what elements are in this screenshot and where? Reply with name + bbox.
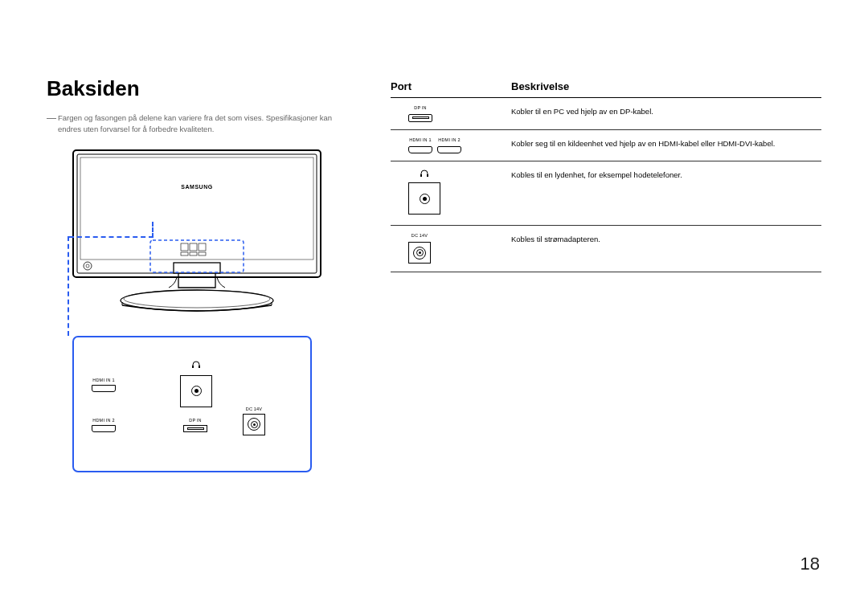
- svg-rect-18: [199, 366, 200, 368]
- right-column: Port Beskrivelse DP IN Kobler til en PC …: [391, 76, 821, 472]
- svg-rect-10: [181, 243, 188, 251]
- svg-rect-14: [190, 252, 197, 255]
- svg-rect-13: [181, 252, 188, 255]
- table-row: DP IN Kobler til en PC ved hjelp av en D…: [391, 98, 821, 130]
- svg-point-8: [84, 262, 92, 270]
- port-headphone: [180, 360, 212, 407]
- disclaimer-note: Fargen og fasongen på delene kan variere…: [47, 112, 352, 135]
- brand-text: SAMSUNG: [181, 184, 212, 190]
- svg-rect-11: [190, 243, 197, 251]
- header-port: Port: [391, 80, 511, 92]
- hdmi-port-icon: [92, 425, 116, 432]
- hdmi-in-2-label: HDMI IN 2: [92, 418, 116, 423]
- headphone-icon: [420, 169, 429, 178]
- hdmi-port-icon: [92, 385, 116, 392]
- dp-port-icon: [183, 425, 207, 432]
- zoom-panel: HDMI IN 1 HDMI IN 2: [72, 336, 312, 472]
- dp-in-label-small: DP IN: [414, 105, 427, 110]
- headphone-icon: [191, 360, 201, 370]
- svg-rect-12: [199, 243, 206, 251]
- port-table-header: Port Beskrivelse: [391, 80, 821, 98]
- hdmi-in-1-label: HDMI IN 1: [92, 378, 116, 382]
- header-desc: Beskrivelse: [511, 80, 821, 92]
- svg-rect-3: [174, 263, 220, 273]
- row-desc: Kobles til strømadapteren.: [511, 233, 821, 244]
- left-column: Baksiden Fargen og fasongen på delene ka…: [47, 76, 368, 472]
- headphone-jack-icon: [180, 375, 212, 407]
- svg-rect-15: [199, 252, 206, 255]
- diagram-area: SAMSUNG: [79, 149, 392, 472]
- dc-jack-icon: [243, 414, 265, 435]
- dc-14v-label: DC 14V: [243, 407, 265, 411]
- callout-line: [68, 236, 69, 336]
- dc-14v-label-small: DC 14V: [411, 233, 428, 238]
- page-number: 18: [800, 554, 820, 574]
- dp-in-label: DP IN: [183, 418, 207, 423]
- hdmi-in-2-label-small: HDMI IN 2: [438, 137, 460, 142]
- port-dp-in: DP IN: [183, 418, 207, 432]
- hdmi-in-1-port-icon: HDMI IN 1: [408, 137, 432, 153]
- svg-rect-0: [73, 150, 321, 277]
- table-row: Kobles til en lydenhet, for eksempel hod…: [391, 161, 821, 226]
- table-row: HDMI IN 1 HDMI IN 2 Kobler seg til en ki…: [391, 130, 821, 161]
- svg-rect-20: [427, 174, 428, 177]
- port-hdmi-in-2: HDMI IN 2: [92, 418, 116, 432]
- dc-14v-port-icon: DC 14V: [408, 233, 431, 264]
- row-desc: Kobles til en lydenhet, for eksempel hod…: [511, 169, 821, 180]
- port-hdmi-in-1: HDMI IN 1: [92, 378, 116, 392]
- headphone-port-icon: [408, 169, 440, 215]
- row-desc: Kobler til en PC ved hjelp av en DP-kabe…: [511, 105, 821, 116]
- row-desc: Kobler seg til en kildeenhet ved hjelp a…: [511, 137, 821, 149]
- svg-rect-19: [420, 174, 422, 177]
- svg-point-9: [86, 264, 89, 268]
- table-row: DC 14V Kobles til strømadapteren.: [391, 226, 821, 272]
- port-table: Port Beskrivelse DP IN Kobler til en PC …: [391, 80, 821, 272]
- hdmi-in-2-port-icon: HDMI IN 2: [437, 137, 461, 153]
- monitor-rear-illustration: SAMSUNG: [72, 149, 321, 315]
- dp-in-port-icon: DP IN: [408, 105, 432, 122]
- hdmi-in-1-label-small: HDMI IN 1: [409, 137, 431, 142]
- page-title: Baksiden: [47, 76, 368, 101]
- port-dc-14v: DC 14V: [243, 407, 265, 435]
- svg-point-5: [124, 290, 270, 308]
- svg-rect-17: [192, 366, 194, 368]
